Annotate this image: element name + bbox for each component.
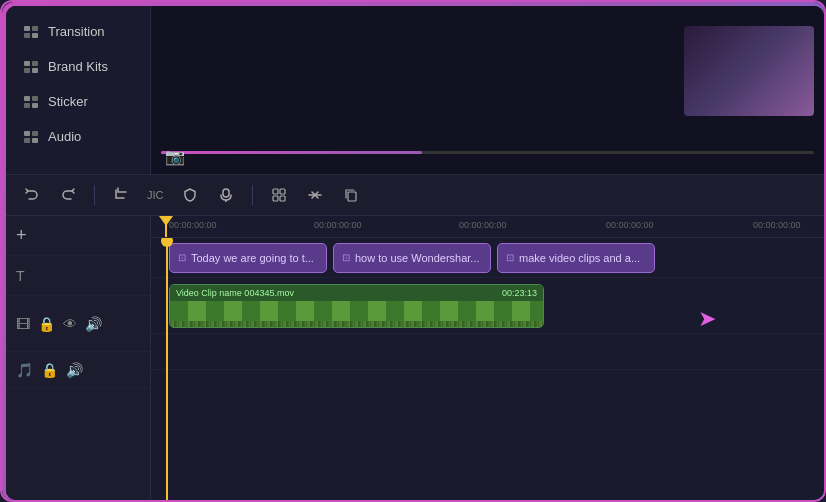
svg-rect-2 — [32, 26, 38, 31]
svg-rect-21 — [280, 196, 285, 201]
sidebar-item-brand-kits-label: Brand Kits — [48, 59, 108, 74]
main-container: Transition Brand Kits Sticker — [6, 6, 824, 500]
video-track-camera-icon: 🎞 — [16, 316, 30, 332]
video-clip[interactable]: Video Clip name 004345.mov 00:23:13 — [169, 284, 544, 328]
sticker-icon — [22, 95, 40, 109]
text-clip-label-1: how to use Wondershar... — [355, 252, 480, 264]
top-section: Transition Brand Kits Sticker — [6, 6, 824, 174]
svg-rect-18 — [273, 189, 278, 194]
svg-rect-9 — [24, 103, 30, 108]
jic-button[interactable]: JIC — [143, 187, 168, 203]
svg-rect-6 — [32, 61, 38, 66]
sidebar-item-transition[interactable]: Transition — [6, 14, 150, 49]
tracks-area: ⊡ Today we are going to t... ⊡ how to us… — [151, 238, 824, 500]
ruler-mark-1: 00:00:00:00 — [314, 220, 362, 230]
text-clip-2[interactable]: ⊡ make video clips and a... — [497, 243, 655, 273]
svg-rect-11 — [32, 103, 38, 108]
layout-button[interactable] — [265, 183, 293, 207]
svg-rect-20 — [273, 196, 278, 201]
svg-rect-0 — [24, 26, 30, 31]
sidebar-item-audio-label: Audio — [48, 129, 81, 144]
svg-rect-5 — [24, 68, 30, 73]
copy-button[interactable] — [337, 183, 365, 207]
preview-thumbnail — [684, 26, 814, 116]
text-track-icon: T — [16, 268, 25, 284]
audio-track-lock-icon[interactable]: 🔒 — [41, 362, 58, 378]
sidebar-item-transition-label: Transition — [48, 24, 105, 39]
text-clip-label-0: Today we are going to t... — [191, 252, 314, 264]
svg-rect-10 — [32, 96, 38, 101]
video-clip-duration: 00:23:13 — [502, 288, 537, 298]
svg-rect-13 — [24, 138, 30, 143]
preview-area: 📷 — [151, 6, 824, 174]
video-track-eye-icon[interactable]: 👁 — [63, 316, 77, 332]
undo-button[interactable] — [18, 183, 46, 207]
svg-rect-16 — [223, 189, 229, 197]
toolbar: JIC — [6, 174, 824, 216]
text-clip-0[interactable]: ⊡ Today we are going to t... — [169, 243, 327, 273]
text-clip-icon-2: ⊡ — [506, 252, 514, 263]
sidebar-item-sticker-label: Sticker — [48, 94, 88, 109]
sidebar-item-sticker[interactable]: Sticker — [6, 84, 150, 119]
svg-rect-12 — [24, 131, 30, 136]
svg-rect-3 — [32, 33, 38, 38]
ruler-mark-0: 00:00:00:00 — [169, 220, 217, 230]
audio-track-mute-icon[interactable]: 🔊 — [66, 362, 83, 378]
toolbar-divider-1 — [94, 185, 95, 205]
preview-progress-fill — [161, 151, 422, 154]
audio-track — [151, 334, 824, 370]
timeline-ruler: 00:00:00:00 00:00:00:00 00:00:00:00 00:0… — [151, 216, 824, 238]
svg-rect-22 — [348, 192, 356, 201]
video-track-lock-icon[interactable]: 🔒 — [38, 316, 55, 332]
redo-button[interactable] — [54, 183, 82, 207]
app-wrapper: Transition Brand Kits Sticker — [2, 2, 826, 502]
video-clip-frames — [170, 301, 543, 328]
toolbar-divider-2 — [252, 185, 253, 205]
preview-progress-bar — [161, 151, 814, 154]
video-track-controls: 🎞 🔒 👁 🔊 — [6, 296, 150, 352]
svg-rect-4 — [24, 61, 30, 66]
ruler-mark-2: 00:00:00:00 — [459, 220, 507, 230]
audio-track-controls: 🎵 🔒 🔊 — [6, 352, 150, 388]
video-track: Video Clip name 004345.mov 00:23:13 — [151, 278, 824, 334]
playhead-marker — [159, 216, 173, 226]
add-track-row: + — [6, 216, 150, 256]
video-clip-name: Video Clip name 004345.mov — [176, 288, 294, 298]
svg-rect-15 — [32, 138, 38, 143]
text-clip-label-2: make video clips and a... — [519, 252, 640, 264]
ruler-mark-4: 00:00:00:00 — [753, 220, 801, 230]
video-clip-header: Video Clip name 004345.mov 00:23:13 — [170, 285, 543, 301]
left-sidebar: Transition Brand Kits Sticker — [6, 6, 151, 174]
svg-rect-8 — [24, 96, 30, 101]
camera-icon: 📷 — [165, 147, 185, 166]
shield-button[interactable] — [176, 183, 204, 207]
sidebar-item-brand-kits[interactable]: Brand Kits — [6, 49, 150, 84]
timeline-content: 00:00:00:00 00:00:00:00 00:00:00:00 00:0… — [151, 216, 824, 500]
svg-rect-19 — [280, 189, 285, 194]
audio-wave-overlay — [170, 321, 543, 328]
transition-icon — [22, 25, 40, 39]
svg-rect-14 — [32, 131, 38, 136]
track-controls: + T 🎞 🔒 👁 🔊 🎵 🔒 🔊 — [6, 216, 151, 500]
text-track-controls: T — [6, 256, 150, 296]
brand-kits-icon — [22, 60, 40, 74]
timeline-section: + T 🎞 🔒 👁 🔊 🎵 🔒 🔊 — [6, 216, 824, 500]
audio-track-music-icon: 🎵 — [16, 362, 33, 378]
text-clip-icon-0: ⊡ — [178, 252, 186, 263]
mic-button[interactable] — [212, 183, 240, 207]
playhead-ruler — [165, 216, 167, 237]
svg-rect-1 — [24, 33, 30, 38]
video-track-mute-icon[interactable]: 🔊 — [85, 316, 102, 332]
text-clip-icon-1: ⊡ — [342, 252, 350, 263]
add-track-button[interactable]: + — [16, 225, 27, 246]
sidebar-item-audio[interactable]: Audio — [6, 119, 150, 154]
ruler-mark-3: 00:00:00:00 — [606, 220, 654, 230]
svg-rect-7 — [32, 68, 38, 73]
audio-icon — [22, 130, 40, 144]
text-clips-track: ⊡ Today we are going to t... ⊡ how to us… — [151, 238, 824, 278]
text-clip-1[interactable]: ⊡ how to use Wondershar... — [333, 243, 491, 273]
crop-button[interactable] — [107, 183, 135, 207]
transition-toolbar-button[interactable] — [301, 183, 329, 207]
